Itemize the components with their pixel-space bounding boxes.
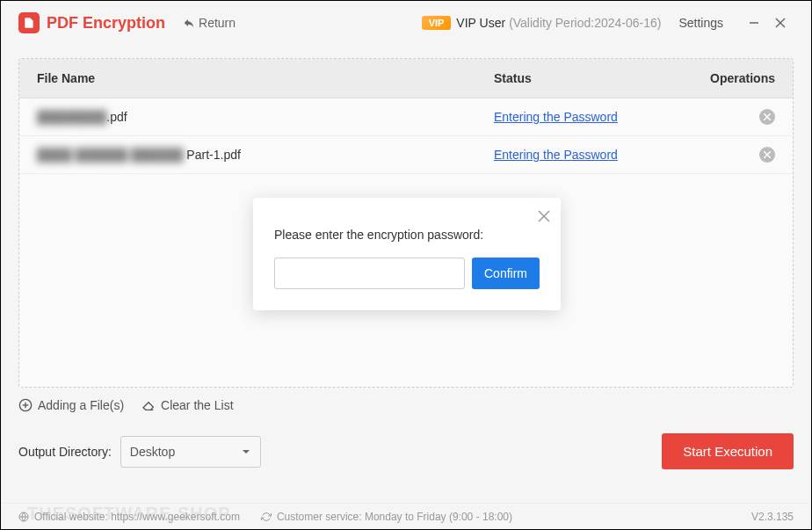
file-name: ████ ██████ ██████ Part-1.pdf <box>37 148 494 162</box>
panel-actions: Adding a File(s) Clear the List <box>18 388 794 412</box>
delete-row-button[interactable] <box>759 147 775 163</box>
password-modal: Please enter the encryption password: Co… <box>253 198 561 310</box>
return-button[interactable]: Return <box>183 16 236 30</box>
header-operations: Operations <box>687 71 775 85</box>
delete-row-button[interactable] <box>759 109 775 125</box>
header-filename: File Name <box>37 71 494 85</box>
close-button[interactable] <box>767 10 794 36</box>
refresh-icon <box>261 512 272 522</box>
clear-list-button[interactable]: Clear the List <box>141 398 233 412</box>
x-icon <box>764 113 771 120</box>
output-directory-select[interactable]: Desktop <box>120 436 261 468</box>
table-row: ████████.pdf Entering the Password <box>19 98 793 136</box>
chevron-down-icon <box>241 447 251 457</box>
vip-badge: VIP <box>422 16 452 30</box>
modal-prompt: Please enter the encryption password: <box>274 228 540 242</box>
file-name: ████████.pdf <box>37 110 494 124</box>
close-icon <box>775 18 786 28</box>
validity-period: (Validity Period:2024-06-16) <box>509 16 661 30</box>
version-label: V2.3.135 <box>751 511 794 523</box>
status-link[interactable]: Entering the Password <box>494 110 618 124</box>
vip-user-label: VIP User <box>456 16 505 30</box>
table-row: ████ ██████ ██████ Part-1.pdf Entering t… <box>19 136 793 174</box>
status-link[interactable]: Entering the Password <box>494 148 618 162</box>
plus-circle-icon <box>18 398 33 412</box>
return-arrow-icon <box>183 17 195 29</box>
footer: Official website: https://www.geekersoft… <box>1 503 811 529</box>
official-website[interactable]: Official website: https://www.geekersoft… <box>18 511 240 523</box>
table-header: File Name Status Operations <box>19 59 793 98</box>
password-input[interactable] <box>274 258 465 289</box>
globe-icon <box>18 512 29 522</box>
confirm-button[interactable]: Confirm <box>472 258 540 289</box>
start-execution-button[interactable]: Start Execution <box>662 433 794 469</box>
header-status: Status <box>494 71 687 85</box>
add-file-button[interactable]: Adding a File(s) <box>18 398 124 412</box>
app-title: PDF Encryption <box>47 14 165 33</box>
modal-close-button[interactable] <box>538 208 550 227</box>
bottom-bar: Output Directory: Desktop Start Executio… <box>1 421 811 478</box>
eraser-icon <box>141 398 156 412</box>
output-label: Output Directory: <box>18 445 112 459</box>
app-icon <box>18 12 40 33</box>
settings-link[interactable]: Settings <box>678 16 723 30</box>
x-icon <box>764 151 771 158</box>
close-icon <box>538 210 550 222</box>
titlebar: PDF Encryption Return VIP VIP User (Vali… <box>1 1 811 45</box>
customer-service: Customer service: Monday to Friday (9:00… <box>261 511 512 523</box>
minimize-button[interactable] <box>741 10 767 36</box>
minimize-icon <box>749 18 759 28</box>
